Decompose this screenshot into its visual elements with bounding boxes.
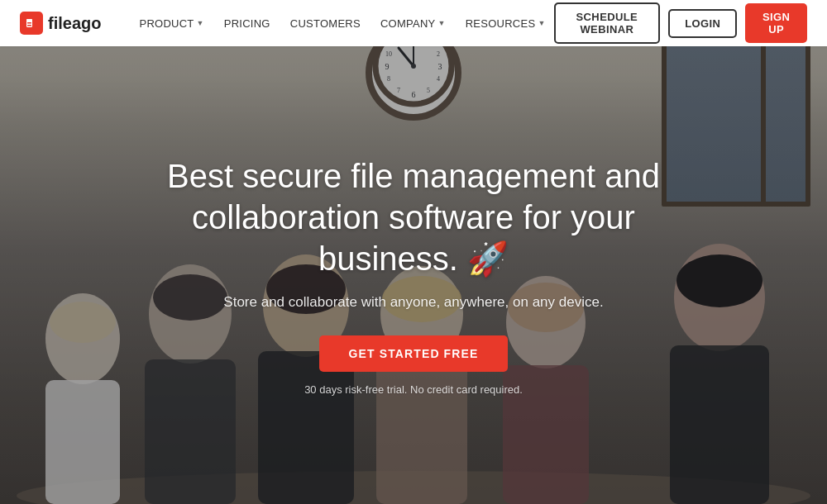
logo-text: fileago (48, 14, 101, 33)
navbar: fileago PRODUCT ▼ PRICING CUSTOMERS COMP… (0, 0, 827, 46)
get-started-button[interactable]: GET STARTED FREE (319, 335, 509, 372)
svg-rect-3 (27, 25, 31, 26)
hero-disclaimer: 30 days risk-free trial. No credit card … (304, 383, 523, 396)
nav-product[interactable]: PRODUCT ▼ (131, 12, 212, 35)
hero-title: Best secure file management and collabor… (132, 155, 695, 279)
company-chevron-icon: ▼ (438, 19, 446, 27)
schedule-webinar-button[interactable]: SCHEDULE WEBINAR (554, 2, 661, 44)
nav-company[interactable]: COMPANY ▼ (372, 12, 454, 35)
nav-actions: SCHEDULE WEBINAR LOGIN SIGN UP (554, 2, 807, 44)
resources-chevron-icon: ▼ (538, 19, 545, 27)
nav-customers[interactable]: CUSTOMERS (282, 12, 369, 35)
login-button[interactable]: LOGIN (668, 9, 737, 38)
svg-rect-1 (26, 19, 32, 21)
logo[interactable]: fileago (20, 12, 101, 35)
hero-subtitle: Store and collaborate with anyone, anywh… (223, 294, 603, 311)
hero-section: 12 3 6 9 1 2 4 5 7 8 10 11 (0, 0, 827, 504)
svg-rect-2 (27, 22, 31, 24)
nav-pricing[interactable]: PRICING (216, 12, 279, 35)
signup-button[interactable]: SIGN UP (745, 3, 807, 43)
hero-content: Best secure file management and collabor… (0, 0, 827, 504)
product-chevron-icon: ▼ (197, 19, 204, 27)
nav-resources[interactable]: RESOURCES ▼ (457, 12, 554, 35)
logo-icon (20, 12, 43, 35)
nav-links: PRODUCT ▼ PRICING CUSTOMERS COMPANY ▼ RE… (131, 12, 553, 35)
